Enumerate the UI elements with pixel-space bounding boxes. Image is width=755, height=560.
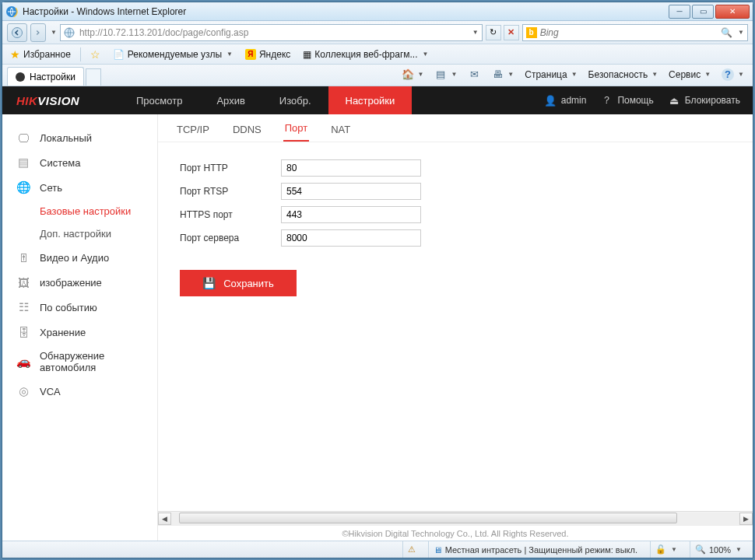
http-port-input[interactable] [281,159,421,177]
monitor-icon: 🖵 [16,131,30,145]
image-icon: 🖼 [16,275,30,289]
security-menu-label: Безопасность [588,69,648,80]
sidebar-network[interactable]: 🌐Сеть [2,175,157,200]
zoom-control[interactable]: 🔍100%▼ [690,541,746,558]
search-button[interactable]: 🔍 [719,26,733,40]
page-tab[interactable]: Настройки [7,67,84,86]
nav-settings[interactable]: Настройки [328,86,413,114]
minimize-button[interactable]: ─ [669,5,690,19]
search-box[interactable]: b 🔍 ▼ [522,24,748,41]
maximize-button[interactable]: ▭ [692,5,714,19]
vehicle-icon: 🚗 [16,355,30,369]
tools-menu[interactable]: Сервис▼ [665,67,715,82]
server-port-input[interactable] [281,229,421,247]
help-link[interactable]: ？Помощь [600,94,653,107]
save-label: Сохранить [223,278,274,289]
history-dropdown-icon[interactable]: ▼ [51,29,57,36]
user-info[interactable]: 👤admin [544,94,587,107]
status-protected[interactable]: 🔓▼ [650,541,682,558]
sidebar-storage[interactable]: 🗄Хранение [2,320,157,345]
add-favorite-button[interactable]: ☆ [87,46,104,63]
close-button[interactable]: ✕ [715,5,750,19]
question-icon: ？ [600,94,613,107]
back-button[interactable] [7,23,27,42]
save-button[interactable]: 💾 Сохранить [180,270,297,296]
sidebar-event[interactable]: ☷По событию [2,295,157,320]
address-box[interactable]: ▼ [60,24,483,41]
feeds-button[interactable]: ▤▼ [430,66,461,83]
subtab-port[interactable]: Порт [283,116,309,142]
help-button[interactable]: ?▼ [718,66,748,83]
page-menu[interactable]: Страница▼ [521,67,581,82]
logout-icon: ⏏ [668,94,680,107]
slices-icon: ▦ [303,49,311,60]
ie-icon [5,5,18,18]
storage-icon: 🗄 [16,325,30,339]
favorites-bar: ★Избранное ☆ 📄Рекомендуемые узлы▼ ЯЯндек… [2,44,753,65]
nav-archive[interactable]: Архив [199,86,262,114]
recommended-sites[interactable]: 📄Рекомендуемые узлы▼ [110,47,236,62]
status-popup[interactable]: ⚠ [402,541,420,558]
print-button[interactable]: 🖶▼ [487,66,518,83]
page-icon: 📄 [113,49,125,60]
sidebar-video-audio[interactable]: 🎚Видео и Аудио [2,245,157,270]
address-dropdown-icon[interactable]: ▼ [472,29,479,36]
sidebar-advanced-settings[interactable]: Доп. настройки [2,222,157,245]
yandex-label: Яндекс [259,49,290,60]
system-icon: ▤ [16,156,30,170]
sidebar-vehicle[interactable]: 🚗Обнаружение автомобиля [2,345,157,379]
user-label: admin [561,95,587,106]
https-port-input[interactable] [281,206,421,223]
favorites-button[interactable]: ★Избранное [7,46,74,63]
search-dropdown-icon[interactable]: ▼ [738,29,744,36]
sidebar-local[interactable]: 🖵Локальный [2,125,157,150]
event-icon: ☷ [16,300,30,314]
video-audio-icon: 🎚 [16,250,30,264]
star-plus-icon: ☆ [90,48,100,61]
subtab-ddns[interactable]: DDNS [231,117,263,142]
help-label: Помощь [617,95,653,106]
recommended-label: Рекомендуемые узлы [128,49,222,60]
zone-label: Местная интрасеть | Защищенный режим: вы… [445,545,637,555]
bing-icon: b [526,27,537,38]
rtsp-port-input[interactable] [281,183,421,200]
sidebar-image[interactable]: 🖼изображение [2,270,157,295]
search-input[interactable] [540,27,716,38]
webfragments-link[interactable]: ▦Коллекция веб-фрагм...▼ [300,47,431,62]
scroll-right-button[interactable]: ▶ [739,513,753,525]
scroll-left-button[interactable]: ◀ [158,513,171,525]
webfrag-label: Коллекция веб-фрагм... [314,49,417,60]
popup-icon: ⚠ [408,544,416,555]
status-zone[interactable]: 🖥Местная интрасеть | Защищенный режим: в… [428,541,642,558]
sidebar-system[interactable]: ▤Система [2,150,157,175]
home-button[interactable]: 🏠▼ [398,66,428,83]
forward-button[interactable] [30,23,46,42]
logout-link[interactable]: ⏏Блокировать [668,94,740,107]
security-menu[interactable]: Безопасность▼ [585,67,662,82]
mail-button[interactable]: ✉ [464,66,484,83]
server-port-label: Порт сервера [180,233,281,243]
yandex-link[interactable]: ЯЯндекс [242,47,293,62]
logout-label: Блокировать [685,95,740,106]
refresh-button[interactable]: ↻ [486,25,501,40]
subtab-nat[interactable]: NAT [329,117,352,142]
address-toolbar: ▼ ▼ ↻ ✕ b 🔍 ▼ [2,21,753,44]
horizontal-scrollbar[interactable]: ◀ ▶ [158,511,753,525]
subtab-tcpip[interactable]: TCP/IP [175,117,211,142]
address-input[interactable] [79,27,466,38]
hikvision-app: HIKVISION Просмотр Архив Изобр. Настройк… [2,86,753,541]
mail-icon: ✉ [468,68,480,81]
stop-button[interactable]: ✕ [504,25,519,40]
scroll-thumb[interactable] [179,513,677,523]
rss-icon: ▤ [434,68,447,81]
port-form: Порт HTTP Порт RTSP HTTPS порт Порт серв… [158,142,753,296]
save-icon: 💾 [202,277,216,289]
sidebar-vca[interactable]: ◎VCA [2,379,157,404]
nav-preview[interactable]: Просмотр [119,86,199,114]
new-tab-button[interactable] [86,68,101,86]
sidebar-basic-settings[interactable]: Базовые настройки [2,200,157,222]
scroll-track[interactable] [171,513,739,525]
vca-icon: ◎ [16,384,30,398]
https-port-label: HTTPS порт [180,209,281,220]
nav-image[interactable]: Изобр. [262,86,328,114]
